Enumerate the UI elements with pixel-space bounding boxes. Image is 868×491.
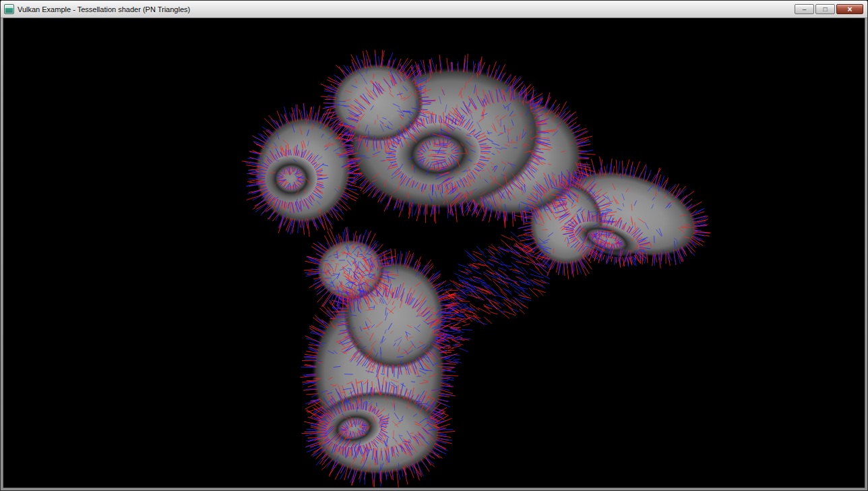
app-window: Vulkan Example - Tessellation shader (PN… [0,0,868,491]
window-controls: – □ × [793,4,863,14]
window-title: Vulkan Example - Tessellation shader (PN… [18,5,793,13]
minimize-button[interactable]: – [795,4,814,14]
app-icon[interactable] [4,4,14,14]
maximize-button[interactable]: □ [815,4,835,14]
title-bar[interactable]: Vulkan Example - Tessellation shader (PN… [1,1,867,18]
close-button[interactable]: × [836,4,863,14]
viewport-canvas[interactable] [3,18,865,488]
window-resize-border[interactable] [1,18,867,490]
